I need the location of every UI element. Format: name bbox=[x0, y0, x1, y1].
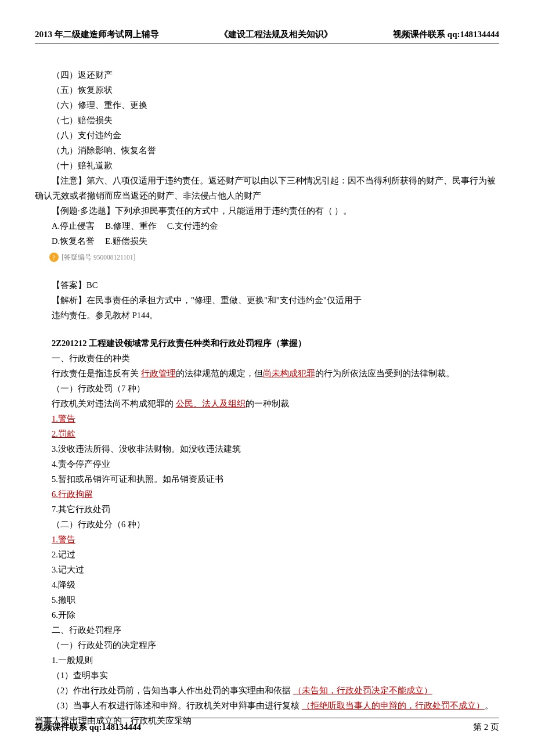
header-center: 《建设工程法规及相关知识》 bbox=[219, 29, 333, 40]
penalty-item-4: 4.责令停产停业 bbox=[35, 456, 499, 471]
subheading-3: （一）行政处罚的决定程序 bbox=[35, 638, 499, 653]
sanction-item-2: 2.记过 bbox=[35, 547, 499, 562]
text-segment: （3）当事人有权进行陈述和申辩。行政机关对申辩事由进行复核 bbox=[35, 701, 302, 710]
header-right: 视频课件联系 qq:148134444 bbox=[393, 29, 499, 40]
definition-line-2: 行政机关对违法尚不构成犯罪的 公民、法人及组织的一种制裁 bbox=[35, 396, 499, 411]
list-item: （八）支付违约金 bbox=[35, 128, 499, 143]
definition-line: 行政责任是指违反有关 行政管理的法律规范的规定，但尚未构成犯罪的行为所依法应当受… bbox=[35, 366, 499, 381]
penalty-item-7: 7.其它行政处罚 bbox=[35, 502, 499, 517]
note-paragraph: 【注意】第六、八项仅适用于违约责任。返还财产可以由以下三种情况引起：因不当得利所… bbox=[35, 173, 499, 203]
text-segment: 的法律规范的规定，但 bbox=[176, 369, 263, 378]
text-segment: （2）作出行政处罚前，告知当事人作出处罚的事实理由和依据 bbox=[52, 686, 293, 695]
subheading-2: （二）行政处分（6 种） bbox=[35, 517, 499, 532]
penalty-item-2: 2.罚款 bbox=[35, 426, 499, 441]
heading-1: 一、行政责任的种类 bbox=[35, 351, 499, 366]
document-page: 2013 年二级建造师考试网上辅导 《建设工程法规及相关知识》 视频课件联系 q… bbox=[0, 0, 534, 756]
red-note: （未告知，行政处罚决定不能成立） bbox=[293, 686, 432, 695]
options-row-2: D.恢复名誉 E.赔偿损失 bbox=[35, 233, 499, 249]
rule-item-1: （1）查明事实 bbox=[35, 668, 499, 683]
page-footer: 视频课件联系 qq:148134444 第 2 页 bbox=[35, 718, 499, 733]
list-item: （五）恢复原状 bbox=[35, 82, 499, 98]
question-icon: ? bbox=[49, 253, 59, 262]
example-question: 【例题·多选题】下列承担民事责任的方式中，只能适用于违约责任的有（ ）。 bbox=[35, 203, 499, 218]
option-b: B.修理、重作 bbox=[105, 221, 156, 231]
sanction-item-5: 5.撤职 bbox=[35, 592, 499, 607]
page-header: 2013 年二级建造师考试网上辅导 《建设工程法规及相关知识》 视频课件联系 q… bbox=[35, 29, 499, 44]
sanction-item-3: 3.记大过 bbox=[35, 562, 499, 577]
subheading: （一）行政处罚（7 种） bbox=[35, 381, 499, 396]
list-item: （四）返还财产 bbox=[35, 67, 499, 82]
option-e: E.赔偿损失 bbox=[105, 236, 147, 246]
penalty-item-5: 5.暂扣或吊销许可证和执照。如吊销资质证书 bbox=[35, 471, 499, 487]
penalty-item-1: 1.警告 bbox=[35, 411, 499, 426]
qa-note-line: ? [答疑编号 950008121101] bbox=[35, 249, 499, 265]
red-note: （拒绝听取当事人的申辩的，行政处罚不成立） bbox=[302, 701, 485, 710]
option-d: D.恢复名誉 bbox=[52, 236, 95, 246]
heading-2: 二、行政处罚程序 bbox=[35, 622, 499, 638]
list-item: （七）赔偿损失 bbox=[35, 113, 499, 128]
qa-number: [答疑编号 950008121101] bbox=[62, 254, 135, 261]
penalty-item-3: 3.没收违法所得、没收非法财物。如没收违法建筑 bbox=[35, 441, 499, 456]
text-segment: 行政责任是指违反有关 bbox=[52, 369, 141, 378]
red-term: 尚未构成犯罪 bbox=[263, 369, 315, 378]
list-item: （九）消除影响、恢复名誉 bbox=[35, 143, 499, 158]
red-term: 行政管理 bbox=[141, 369, 176, 378]
header-left: 2013 年二级建造师考试网上辅导 bbox=[35, 29, 159, 40]
red-term: 公民、法人及组织 bbox=[176, 399, 246, 408]
text-segment: 的行为所依法应当受到的法律制裁。 bbox=[315, 369, 454, 378]
option-c: C.支付违约金 bbox=[167, 221, 218, 231]
option-a: A.停止侵害 bbox=[52, 221, 95, 231]
list-item: （六）修理、重作、更换 bbox=[35, 98, 499, 113]
text-segment: 的一种制裁 bbox=[246, 399, 289, 408]
list-item: （十）赔礼道歉 bbox=[35, 158, 499, 173]
section-title: 2Z201212 工程建设领域常见行政责任种类和行政处罚程序（掌握） bbox=[35, 336, 499, 351]
sanction-item-1: 1.警告 bbox=[35, 532, 499, 547]
page-number: 第 2 页 bbox=[473, 722, 499, 733]
rule-item-2: （2）作出行政处罚前，告知当事人作出处罚的事实理由和依据 （未告知，行政处罚决定… bbox=[35, 683, 499, 698]
penalty-item-6: 6.行政拘留 bbox=[35, 487, 499, 502]
footer-left: 视频课件联系 qq:148134444 bbox=[35, 722, 141, 733]
document-body: （四）返还财产 （五）恢复原状 （六）修理、重作、更换 （七）赔偿损失 （八）支… bbox=[35, 67, 499, 728]
answer-line: 【答案】BC bbox=[35, 278, 499, 293]
sanction-item-6: 6.开除 bbox=[35, 607, 499, 622]
rule-heading: 1.一般规则 bbox=[35, 653, 499, 668]
options-row-1: A.停止侵害 B.修理、重作 C.支付违约金 bbox=[35, 218, 499, 233]
analysis-line-1: 【解析】在民事责任的承担方式中，"修理、重做、更换"和"支付违约金"仅适用于 bbox=[35, 293, 499, 308]
text-segment: 行政机关对违法尚不构成犯罪的 bbox=[52, 399, 176, 408]
analysis-line-2: 违约责任。参见教材 P144。 bbox=[35, 308, 499, 323]
sanction-item-4: 4.降级 bbox=[35, 577, 499, 592]
